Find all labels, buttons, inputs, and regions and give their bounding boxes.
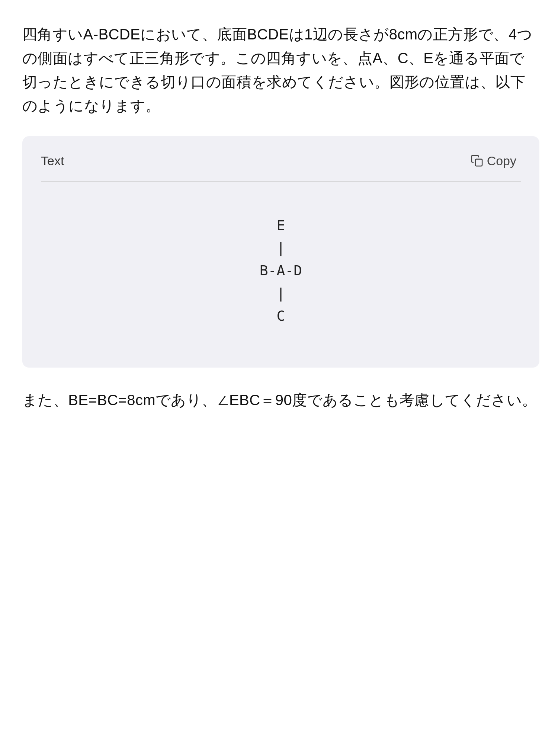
diagram-middle-label: B-A-D xyxy=(260,259,302,282)
diagram-top-bar: | xyxy=(260,237,302,259)
diagram-area: E | B-A-D | C xyxy=(41,196,521,345)
copy-button-label: Copy xyxy=(487,154,516,168)
main-text: 四角すいA-BCDEにおいて、底面BCDEは1辺の長さが8cmの正方形で、4つの… xyxy=(22,22,539,118)
diagram-bottom-bar: | xyxy=(260,282,302,305)
copy-icon xyxy=(471,154,483,167)
diagram-bottom-label: C xyxy=(260,305,302,327)
code-block: Text Copy E | B-A-D | C xyxy=(22,136,539,368)
divider xyxy=(41,181,521,182)
diagram-top-label: E xyxy=(260,214,302,237)
bottom-text: また、BE=BC=8cmであり、∠EBC＝90度であることも考慮してください。 xyxy=(22,388,539,412)
code-block-label: Text xyxy=(41,151,64,171)
code-block-header: Text Copy xyxy=(41,151,521,171)
diagram-content: E | B-A-D | C xyxy=(260,214,302,327)
svg-rect-0 xyxy=(475,159,482,166)
copy-button[interactable]: Copy xyxy=(466,151,521,170)
